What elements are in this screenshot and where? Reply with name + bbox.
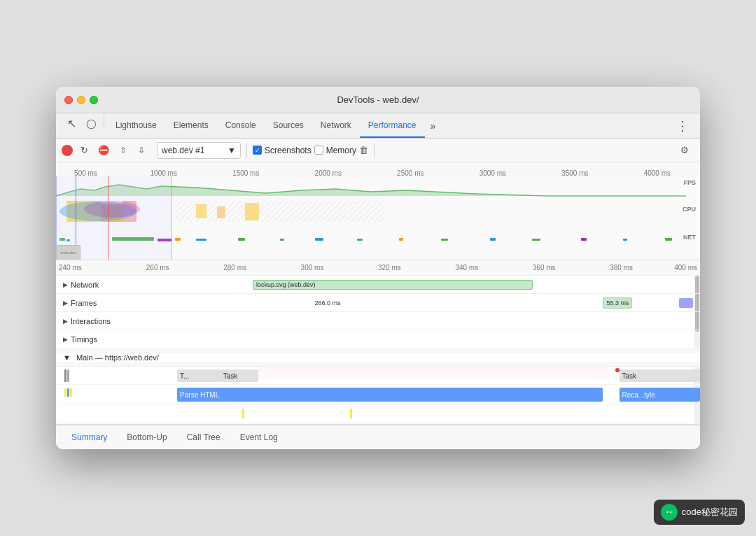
network-arrow: ▶	[63, 281, 68, 288]
lane-interactions: ▶ Interactions	[56, 312, 700, 330]
wechat-icon	[661, 504, 678, 521]
svg-rect-8	[175, 201, 385, 222]
ov-3000ms: 3000 ms	[479, 169, 506, 177]
svg-rect-25	[665, 238, 672, 241]
tick-300ms: 300 ms	[301, 264, 324, 271]
recalc-style-text: Reca...tyle	[622, 391, 655, 399]
device-icon[interactable]: ◯	[81, 113, 101, 133]
tab-summary[interactable]: Summary	[62, 425, 117, 449]
lane-network: ▶ Network lockup.svg (web.dev)	[56, 276, 700, 294]
flame-row-task-content[interactable]: T... Task Task	[161, 367, 700, 384]
long-task-hatch[interactable]	[258, 367, 609, 379]
memory-checkbox-label[interactable]: Memory	[314, 146, 356, 155]
flame-row-parse-content[interactable]: Parse HTML Reca...tyle	[161, 385, 700, 404]
lane-network-label[interactable]: ▶ Network	[56, 281, 161, 289]
flame-row-task: T... Task Task	[56, 367, 700, 385]
task-right-text: Task	[622, 372, 637, 380]
ov-1500ms: 1500 ms	[232, 169, 259, 177]
tab-performance[interactable]: Performance	[360, 113, 425, 138]
interactions-lane-content	[161, 312, 700, 330]
pointer-icon[interactable]: ↖	[62, 113, 81, 133]
svg-rect-20	[441, 239, 448, 241]
long-task-marker	[615, 368, 620, 372]
recalc-style-bar[interactable]: Reca...tyle	[620, 388, 701, 402]
flame-row-task-label	[56, 369, 161, 382]
svg-rect-14	[196, 239, 206, 241]
frames-arrow: ▶	[63, 299, 68, 306]
frame-handle[interactable]	[679, 298, 693, 308]
lane-frames-label[interactable]: ▶ Frames	[56, 299, 161, 307]
ov-2000ms: 2000 ms	[315, 169, 342, 177]
tick-240ms: 240 ms	[59, 264, 82, 271]
screenshots-checkbox-label[interactable]: ✓ Screenshots	[253, 146, 312, 155]
settings-button[interactable]: ⚙	[675, 141, 694, 160]
tab-event-log[interactable]: Event Log	[230, 425, 288, 449]
lockup-svg-bar[interactable]: lockup.svg (web.dev)	[253, 280, 533, 290]
memory-label: Memory	[326, 146, 356, 155]
tab-bar: ↖ ◯ Lighthouse Elements Console Sources …	[56, 113, 700, 139]
lane-timings-label[interactable]: ▶ Timings	[56, 335, 161, 344]
main-section-label[interactable]: ▼ Main — https://web.dev/	[56, 353, 700, 362]
more-tabs-button[interactable]: »	[425, 113, 442, 138]
network-label-text: Network	[71, 281, 99, 289]
ov-1000ms: 1000 ms	[150, 169, 177, 177]
overview-area[interactable]: 500 ms 1000 ms 1500 ms 2000 ms 2500 ms 3…	[56, 162, 700, 260]
flame-row-parse-label	[56, 388, 161, 401]
net-label: NET	[683, 234, 696, 241]
interactions-arrow: ▶	[63, 318, 68, 325]
flame-row-extra	[56, 404, 700, 424]
memory-checkbox[interactable]	[314, 146, 323, 155]
overview-chart[interactable]: FPS CPU NET web.dev	[56, 176, 700, 260]
screenshots-label: Screenshots	[265, 146, 312, 155]
tab-separator	[104, 113, 104, 127]
title-bar: DevTools - web.dev/	[56, 87, 700, 113]
tab-sources[interactable]: Sources	[265, 113, 312, 138]
task-bar-right[interactable]: Task	[620, 369, 701, 382]
lanes-area: ▶ Network lockup.svg (web.dev) ▶ Frames	[56, 276, 700, 424]
bottom-tabs: Summary Bottom-Up Call Tree Event Log	[56, 424, 700, 449]
tick-280ms: 280 ms	[223, 264, 246, 271]
svg-rect-24	[623, 239, 627, 241]
interactions-label-text: Interactions	[71, 317, 111, 325]
devtools-window: DevTools - web.dev/ ↖ ◯ Lighthouse Eleme…	[56, 87, 700, 449]
lane-interactions-label[interactable]: ▶ Interactions	[56, 317, 161, 325]
timings-lane-content	[161, 330, 700, 348]
close-button[interactable]	[64, 96, 73, 104]
tab-console[interactable]: Console	[217, 113, 265, 138]
settings-separator	[374, 143, 374, 157]
screenshots-checkbox[interactable]: ✓	[253, 146, 262, 155]
upload-button[interactable]: ⇧	[115, 142, 132, 159]
frame-266ms: 266.0 ms	[312, 297, 344, 309]
download-button[interactable]: ⇩	[133, 142, 150, 159]
maximize-button[interactable]	[90, 96, 98, 104]
flame-row-parse: Parse HTML Reca...tyle	[56, 385, 700, 404]
task-label-t: T...	[180, 372, 189, 380]
network-lane-content: lockup.svg (web.dev)	[161, 276, 700, 293]
task-label-task[interactable]: Task	[220, 369, 258, 382]
svg-rect-18	[357, 239, 363, 241]
reload-button[interactable]: ↻	[76, 142, 92, 159]
record-button[interactable]	[62, 145, 73, 156]
parse-html-bar[interactable]: Parse HTML	[177, 388, 603, 402]
devtools-menu[interactable]: ⋮	[671, 113, 694, 138]
tab-elements[interactable]: Elements	[165, 113, 217, 138]
tab-network[interactable]: Network	[312, 113, 360, 138]
profile-select[interactable]: web.dev #1 ▼	[157, 142, 241, 159]
parse-bar-1	[64, 388, 66, 397]
clear-button[interactable]: 🗑	[359, 145, 368, 155]
minimize-button[interactable]	[77, 96, 85, 104]
yellow-marker-2	[350, 409, 352, 418]
tab-bottom-up[interactable]: Bottom-Up	[117, 425, 176, 449]
parse-html-text: Parse HTML	[180, 391, 219, 399]
timings-label-text: Timings	[71, 335, 97, 344]
tick-320ms: 320 ms	[378, 264, 401, 271]
svg-point-27	[666, 512, 668, 513]
task-bar-left[interactable]: T...	[177, 369, 220, 382]
frames-label-text: Frames	[71, 299, 97, 307]
flame-row-extra-content[interactable]	[161, 404, 700, 423]
ov-4000ms: 4000 ms	[644, 169, 671, 177]
tab-lighthouse[interactable]: Lighthouse	[107, 113, 165, 138]
traffic-lights	[64, 96, 98, 104]
tab-call-tree[interactable]: Call Tree	[177, 425, 230, 449]
stop-button[interactable]: ⛔	[95, 142, 112, 159]
